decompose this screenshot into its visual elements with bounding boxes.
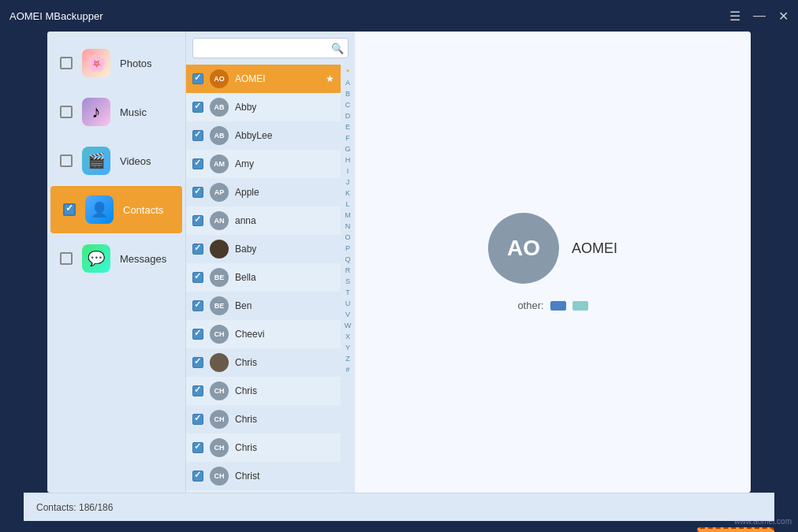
contact-item[interactable]: ABAbby <box>186 93 341 121</box>
contact-avatar <box>210 353 229 372</box>
color-dot-2 <box>572 301 588 311</box>
alphabet-item[interactable]: G <box>345 143 350 154</box>
alphabet-item[interactable]: L <box>345 199 349 210</box>
alphabet-item[interactable]: # <box>345 364 349 375</box>
contact-checkbox[interactable] <box>192 272 203 283</box>
contact-item[interactable]: CHCheevi <box>186 320 341 348</box>
messages-checkbox[interactable] <box>60 252 73 265</box>
alphabet-item[interactable]: Y <box>345 342 350 353</box>
contact-item[interactable]: BEBella <box>186 263 341 292</box>
contact-checkbox[interactable] <box>192 414 203 425</box>
contact-avatar: CH <box>210 381 229 400</box>
alphabet-item[interactable]: Z <box>345 353 350 364</box>
contact-item[interactable]: Baby <box>186 235 341 263</box>
alphabet-item[interactable]: B <box>345 88 350 99</box>
contact-checkbox[interactable] <box>192 244 203 255</box>
alphabet-item[interactable]: V <box>345 309 350 320</box>
contact-checkbox[interactable] <box>192 102 203 113</box>
alphabet-item[interactable]: P <box>345 243 350 254</box>
contact-checkbox[interactable] <box>192 442 203 453</box>
contacts-scroll[interactable]: AOAOMEI★ABAbbyABAbbyLeeAMAmyAPAppleANann… <box>186 65 341 493</box>
alphabet-item[interactable]: X <box>345 331 350 342</box>
alphabet-item[interactable]: M <box>345 210 351 221</box>
sidebar-item-label-music: Music <box>120 106 147 118</box>
contact-item[interactable]: CHChrist <box>186 462 341 490</box>
title-bar: AOMEI MBackupper ☰ — ✕ <box>0 0 798 32</box>
contact-item[interactable]: BEBen <box>186 292 341 320</box>
contact-checkbox[interactable] <box>192 329 203 340</box>
contact-avatar: AM <box>210 154 229 173</box>
contact-checkbox[interactable] <box>192 73 203 84</box>
contacts-checkbox[interactable] <box>63 203 76 216</box>
alphabet-index[interactable]: *ABCDEFGHIJKLMNOPQRSTUVWXYZ# <box>341 65 355 493</box>
contact-item[interactable]: CHChris <box>186 377 341 405</box>
alphabet-item[interactable]: H <box>345 154 351 166</box>
contact-item[interactable]: CHChris <box>186 405 341 433</box>
videos-checkbox[interactable] <box>60 154 73 167</box>
close-button[interactable]: ✕ <box>778 9 789 24</box>
search-input[interactable] <box>192 38 349 58</box>
contact-avatar: CH <box>210 467 229 485</box>
alphabet-item[interactable]: Q <box>345 254 350 265</box>
alphabet-item[interactable]: U <box>345 298 351 309</box>
contact-item[interactable]: AOAOMEI★ <box>186 65 341 93</box>
ok-button[interactable]: OK <box>697 527 775 532</box>
contact-item[interactable]: ABAbbyLee <box>186 121 341 150</box>
contact-checkbox[interactable] <box>192 300 203 311</box>
detail-panel: AO AOMEI other: <box>355 32 751 493</box>
alphabet-item[interactable]: W <box>345 320 352 331</box>
alphabet-item[interactable]: T <box>345 287 350 298</box>
photos-checkbox[interactable] <box>60 57 73 69</box>
sidebar-item-label-messages: Messages <box>120 253 166 265</box>
contact-name: Christ <box>235 471 259 482</box>
contact-checkbox[interactable] <box>192 357 203 368</box>
minimize-button[interactable]: — <box>753 9 766 23</box>
contact-name: Apple <box>235 187 259 198</box>
contact-name: Amy <box>235 158 254 169</box>
search-bar: 🔍 <box>186 32 355 65</box>
contact-item[interactable]: Chris <box>186 348 341 377</box>
alphabet-item[interactable]: * <box>346 66 349 77</box>
alphabet-item[interactable]: O <box>345 232 350 243</box>
alphabet-item[interactable]: A <box>345 77 350 88</box>
sidebar: 🌸 Photos ♪ Music 🎬 Videos 👤 Contacts <box>47 32 185 493</box>
contact-name: Chris <box>235 357 257 368</box>
sidebar-item-label-contacts: Contacts <box>123 204 163 216</box>
contact-item[interactable]: APApple <box>186 178 341 206</box>
contact-checkbox[interactable] <box>192 158 203 169</box>
contact-name: AOMEI <box>235 73 266 84</box>
sidebar-item-music[interactable]: ♪ Music <box>47 88 185 136</box>
sidebar-item-contacts[interactable]: 👤 Contacts <box>50 186 182 233</box>
alphabet-item[interactable]: K <box>345 188 350 199</box>
alphabet-item[interactable]: E <box>345 121 350 132</box>
contact-checkbox[interactable] <box>192 471 203 482</box>
contact-avatar: AP <box>210 183 229 202</box>
videos-icon: 🎬 <box>82 147 110 175</box>
alphabet-item[interactable]: I <box>347 166 349 177</box>
sidebar-item-photos[interactable]: 🌸 Photos <box>47 39 185 87</box>
alphabet-item[interactable]: J <box>346 177 350 188</box>
alphabet-item[interactable]: S <box>345 276 350 287</box>
detail-header: AO AOMEI <box>488 213 617 284</box>
contacts-icon: 👤 <box>85 195 114 224</box>
contact-item[interactable]: ANanna <box>186 206 341 235</box>
alphabet-item[interactable]: F <box>345 132 350 143</box>
sidebar-item-messages[interactable]: 💬 Messages <box>47 235 185 282</box>
contact-item[interactable]: AMAmy <box>186 150 341 178</box>
sidebar-item-videos[interactable]: 🎬 Videos <box>47 137 185 184</box>
search-icon[interactable]: 🔍 <box>331 43 344 54</box>
contact-item[interactable]: CHChris <box>186 433 341 462</box>
alphabet-item[interactable]: N <box>345 221 351 232</box>
alphabet-item[interactable]: D <box>345 110 351 121</box>
contacts-count: Contacts: 186/186 <box>36 502 113 513</box>
contact-checkbox[interactable] <box>192 130 203 141</box>
alphabet-item[interactable]: C <box>345 99 351 110</box>
menu-icon[interactable]: ☰ <box>729 9 740 24</box>
contact-checkbox[interactable] <box>192 385 203 396</box>
music-checkbox[interactable] <box>60 106 73 118</box>
contact-item[interactable]: CHChristina <box>186 490 341 493</box>
alphabet-item[interactable]: R <box>345 265 351 276</box>
sidebar-item-label-videos: Videos <box>120 155 151 167</box>
contact-checkbox[interactable] <box>192 187 203 198</box>
contact-checkbox[interactable] <box>192 215 203 226</box>
